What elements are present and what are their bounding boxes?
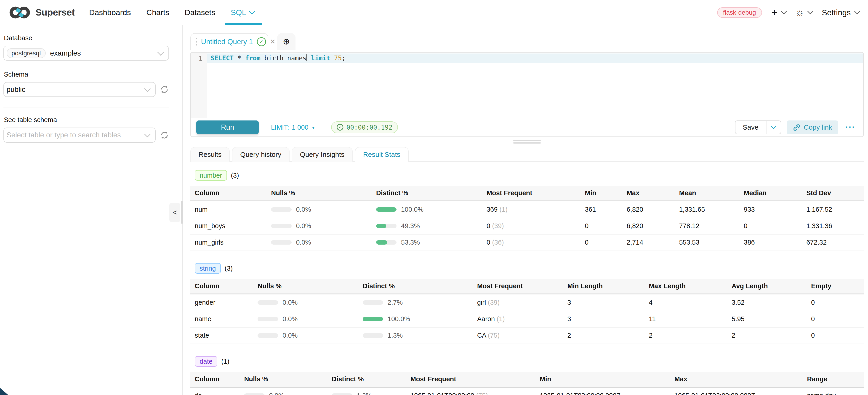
new-item-dropdown[interactable]: +: [771, 7, 786, 18]
results-tab-results[interactable]: Results: [190, 147, 230, 162]
sql-code-editor[interactable]: 1 SELECT * from birth_names limit 75;: [191, 53, 863, 118]
stat-value-cell: 672.32: [806, 234, 863, 251]
stat-value-cell: 778.12: [679, 218, 744, 234]
nav-item-charts[interactable]: Charts: [146, 0, 169, 25]
refresh-tables-button[interactable]: [160, 131, 169, 140]
line-number: 1: [198, 55, 203, 62]
code-token: [307, 54, 311, 62]
nav-item-dashboards[interactable]: Dashboards: [89, 0, 131, 25]
table-row: num_girls0.0%53.3%0 (36)02,714553.533866…: [190, 234, 864, 251]
query-tab[interactable]: Untitled Query 1 ✓ ×: [190, 33, 268, 50]
distinct-cell: 1.3%: [363, 327, 477, 344]
column-name-cell: state: [190, 327, 258, 344]
distinct-cell: 2.7%: [363, 294, 477, 311]
nulls-bar: [257, 333, 278, 338]
most-frequent-value: 0: [487, 239, 490, 246]
collapse-arrow-icon: <: [173, 209, 177, 217]
panel-resize-handle[interactable]: [181, 202, 183, 223]
column-header: Max: [675, 372, 807, 387]
table-select[interactable]: Select table or type to search tables: [3, 127, 156, 143]
more-actions-button[interactable]: ···: [845, 123, 856, 132]
section-header: string(3): [195, 263, 864, 274]
nulls-percent: 0.0%: [296, 222, 311, 230]
superset-logo[interactable]: Superset: [9, 5, 75, 20]
add-tab-icon: ⊕: [283, 37, 289, 47]
code-token: [330, 54, 334, 62]
table-select-placeholder: Select table or type to search tables: [7, 131, 121, 139]
schema-select[interactable]: public: [3, 82, 156, 97]
most-frequent-value: 369: [487, 206, 498, 213]
collapse-sidebar-button[interactable]: <: [169, 203, 180, 222]
header-row: ColumnNulls %Distinct %Most FrequentMinM…: [190, 372, 864, 387]
save-options-button[interactable]: [766, 120, 781, 134]
results-tab-query-insights[interactable]: Query Insights: [291, 147, 353, 162]
stat-value-cell: same day: [807, 387, 864, 395]
most-frequent-cell: 0 (39): [487, 218, 585, 234]
nulls-cell: 0.0%: [271, 218, 376, 234]
most-frequent-count: (1): [498, 206, 507, 213]
nav-item-datasets[interactable]: Datasets: [185, 0, 215, 25]
schema-value: public: [7, 86, 25, 94]
limit-dropdown[interactable]: LIMIT: 1 000 ▼: [271, 124, 316, 131]
save-button[interactable]: Save: [735, 120, 766, 134]
stat-value-cell: 1,331.36: [806, 218, 863, 234]
line-number-gutter: 1: [191, 53, 208, 118]
stats-section-string: string(3)ColumnNulls %Distinct %Most Fre…: [190, 263, 864, 344]
distinct-bar-fill: [363, 317, 383, 321]
column-name-cell: ds: [190, 387, 244, 395]
settings-menu[interactable]: Settings: [822, 8, 859, 17]
add-query-tab-button[interactable]: ⊕: [277, 33, 296, 50]
table-row: name0.0%100.0%Aaron (1)3115.950: [190, 311, 864, 327]
run-query-button[interactable]: Run: [196, 120, 259, 134]
nulls-bar: [271, 224, 291, 228]
results-tab-result-stats[interactable]: Result Stats: [355, 147, 409, 162]
distinct-bar: [376, 207, 397, 212]
database-select[interactable]: postgresql examples: [3, 46, 169, 61]
stats-table: ColumnNulls %Distinct %Most FrequentMin …: [190, 279, 864, 344]
settings-label: Settings: [822, 8, 851, 17]
nav-items: DashboardsChartsDatasetsSQL: [89, 0, 254, 25]
stat-value-cell: 361: [585, 201, 627, 218]
results-tab-query-history[interactable]: Query history: [232, 147, 289, 162]
column-header: Column: [190, 186, 271, 201]
stat-value-cell: 6,820: [627, 201, 679, 218]
nulls-percent: 0.0%: [282, 332, 298, 339]
most-frequent-cell: CA (75): [477, 327, 567, 344]
code-token: SELECT: [211, 54, 234, 62]
nulls-indicator: 0.0%: [271, 206, 311, 213]
stat-value-cell: 5.95: [732, 311, 811, 327]
most-frequent-value: 1965-01-01T00:00:00: [410, 392, 474, 395]
nulls-bar: [271, 207, 291, 212]
column-header: Median: [744, 186, 806, 201]
close-tab-icon[interactable]: ×: [270, 37, 275, 46]
plus-icon: +: [771, 7, 777, 18]
refresh-schemas-button[interactable]: [160, 85, 169, 94]
stat-value-cell: 2: [649, 327, 732, 344]
most-frequent-cell: 369 (1): [487, 201, 585, 218]
most-frequent-count: (36): [490, 239, 504, 246]
distinct-indicator: 53.3%: [376, 239, 420, 246]
most-frequent-cell: Aaron (1): [477, 311, 567, 327]
copy-link-button[interactable]: Copy link: [787, 120, 838, 134]
nulls-cell: 0.0%: [257, 311, 363, 327]
app-body: Database postgresql examples Schema publ…: [0, 25, 868, 395]
stat-value-cell: 0: [744, 218, 806, 234]
nulls-indicator: 0.0%: [257, 332, 298, 339]
code-token: *: [234, 54, 245, 62]
most-frequent-count: (75): [486, 332, 500, 339]
code-token: 75: [334, 54, 342, 62]
theme-toggle[interactable]: ☼: [795, 8, 812, 17]
distinct-bar-fill: [376, 207, 397, 212]
caret-down-icon: ▼: [311, 125, 316, 130]
stat-value-cell: 386: [744, 234, 806, 251]
stat-value-cell: 1965-01-01T03:00:00.000Z: [675, 387, 807, 395]
drag-handle-icon[interactable]: [196, 38, 197, 45]
nulls-indicator: 0.0%: [257, 299, 298, 306]
distinct-percent: 1.3%: [356, 392, 372, 395]
column-header: Min: [540, 372, 675, 387]
vertical-resize-handle[interactable]: [513, 140, 541, 145]
type-badge: number: [195, 170, 227, 181]
table-row: ds0.0%1.3%1965-01-01T00:00:00 (75)1965-0…: [190, 387, 864, 395]
nav-item-sql[interactable]: SQL: [230, 0, 254, 25]
column-header: Nulls %: [257, 279, 363, 294]
